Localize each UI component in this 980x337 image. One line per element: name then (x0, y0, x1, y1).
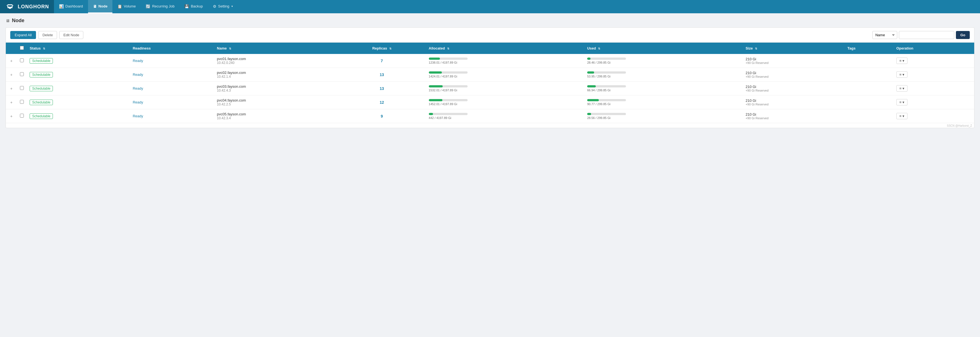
readiness-label[interactable]: Ready (133, 100, 143, 104)
readiness-label[interactable]: Ready (133, 59, 143, 63)
recurring-job-icon: 🔄 (146, 4, 150, 9)
size-cell: 210 Gi +90 Gi Reserved (743, 54, 845, 68)
size-reserved: +90 Gi Reserved (746, 75, 842, 78)
nav-items: 📊 Dashboard 🖥 Node 📋 Volume 🔄 Recurring … (54, 0, 238, 13)
sort-icon-name: ⇅ (229, 47, 231, 50)
chevron-down-icon: ▾ (902, 73, 904, 76)
operation-button[interactable]: ≡▾ (896, 57, 908, 64)
allocated-progress-bar (429, 113, 468, 115)
sort-icon-allocated: ⇅ (447, 47, 449, 50)
expand-button[interactable]: + (9, 100, 14, 105)
table-row: +SchedulableReadypvc04.fayson.com10.42.2… (6, 95, 974, 109)
operation-button[interactable]: ≡▾ (896, 85, 908, 92)
search-area: Name Go (872, 31, 970, 39)
allocated-progress-bar (429, 99, 468, 101)
row-checkbox[interactable] (20, 72, 24, 76)
row-checkbox[interactable] (20, 114, 24, 118)
size-cell: 210 Gi +90 Gi Reserved (743, 82, 845, 95)
tags-cell (845, 54, 894, 68)
used-progress-fill (587, 99, 599, 101)
page-header-icon: 🖥 (6, 18, 10, 23)
nav-item-setting[interactable]: ⚙ Setting ▾ (208, 0, 238, 13)
go-button[interactable]: Go (956, 31, 970, 39)
nav-item-backup[interactable]: 💾 Backup (180, 0, 208, 13)
expand-button[interactable]: + (9, 58, 14, 64)
node-table-wrapper: Status ⇅ Readiness Name ⇅ Replicas ⇅ (6, 42, 974, 128)
list-icon: ≡ (899, 86, 902, 91)
used-cell: 90.77 / 299.85 Gi (584, 95, 743, 109)
allocated-values: 1424.01 / 4197.89 Gi (429, 75, 582, 78)
size-main: 210 Gi (746, 99, 842, 103)
node-name: pvc01.fayson.com (217, 57, 335, 61)
select-all-checkbox[interactable] (20, 46, 24, 50)
node-name: pvc05.fayson.com (217, 112, 335, 116)
used-values: 53.95 / 299.85 Gi (587, 75, 740, 78)
operation-button[interactable]: ≡▾ (896, 72, 908, 78)
used-progress-bar (587, 57, 626, 60)
nav-item-node[interactable]: 🖥 Node (88, 0, 113, 13)
row-checkbox[interactable] (20, 100, 24, 104)
status-badge: Schedulable (30, 86, 53, 91)
page-header: 🖥 Node (6, 18, 974, 24)
table-body: +SchedulableReadypvc01.fayson.com10.42.0… (6, 54, 974, 123)
nav-item-dashboard[interactable]: 📊 Dashboard (54, 0, 88, 13)
nav-label-backup: Backup (191, 4, 203, 8)
operation-button[interactable]: ≡▾ (896, 99, 908, 105)
nav-label-setting: Setting (218, 4, 229, 8)
page-title: Node (12, 18, 24, 24)
replicas-count[interactable]: 13 (380, 86, 384, 91)
sort-icon-size: ⇅ (755, 47, 757, 50)
toolbar: Expand All Delete Edit Node Name Go (6, 27, 974, 42)
brand-name: LONGHORN (18, 4, 49, 10)
tags-cell (845, 95, 894, 109)
status-badge: Schedulable (30, 100, 53, 105)
volume-icon: 📋 (118, 4, 122, 9)
nav-label-volume: Volume (124, 4, 136, 8)
delete-button[interactable]: Delete (38, 31, 57, 39)
expand-all-button[interactable]: Expand All (10, 31, 36, 39)
node-name: pvc04.fayson.com (217, 98, 335, 102)
allocated-progress-bar (429, 72, 468, 73)
replicas-count[interactable]: 9 (381, 114, 383, 118)
used-progress-fill (587, 113, 591, 115)
row-checkbox[interactable] (20, 58, 24, 62)
row-checkbox[interactable] (20, 86, 24, 90)
allocated-progress-fill (429, 57, 440, 60)
allocated-progress-bar (429, 85, 468, 87)
search-filter-select[interactable]: Name (872, 31, 897, 39)
expand-button[interactable]: + (9, 86, 14, 91)
used-cell: 66.94 / 299.85 Gi (584, 82, 743, 95)
size-reserved: +90 Gi Reserved (746, 61, 842, 64)
operation-button[interactable]: ≡▾ (896, 113, 908, 119)
brand[interactable]: LONGHORN (0, 0, 54, 13)
readiness-label[interactable]: Ready (133, 73, 143, 76)
th-allocated: Allocated ⇅ (426, 43, 584, 54)
allocated-progress-fill (429, 99, 442, 101)
size-cell: 210 Gi +90 Gi Reserved (743, 68, 845, 82)
readiness-label[interactable]: Ready (133, 86, 143, 91)
used-progress-fill (587, 57, 591, 60)
table-header: Status ⇅ Readiness Name ⇅ Replicas ⇅ (6, 43, 974, 54)
longhorn-logo-icon (5, 2, 15, 12)
replicas-count[interactable]: 7 (381, 59, 383, 63)
edit-node-button[interactable]: Edit Node (59, 31, 83, 39)
used-cell: 53.95 / 299.85 Gi (584, 68, 743, 82)
replicas-count[interactable]: 13 (380, 73, 384, 77)
list-icon: ≡ (899, 59, 902, 63)
nav-item-volume[interactable]: 📋 Volume (112, 0, 141, 13)
list-icon: ≡ (899, 114, 902, 118)
table-row: +SchedulableReadypvc03.fayson.com10.42.4… (6, 82, 974, 95)
nav-item-recurring-job[interactable]: 🔄 Recurring Job (141, 0, 180, 13)
th-expand (6, 43, 17, 54)
allocated-cell: 1452.01 / 4197.89 Gi (426, 95, 584, 109)
readiness-label[interactable]: Ready (133, 114, 143, 118)
chevron-down-icon: ▾ (902, 86, 904, 91)
replicas-count[interactable]: 12 (380, 100, 384, 105)
expand-button[interactable]: + (9, 72, 14, 78)
search-input[interactable] (899, 31, 954, 39)
used-values: 90.77 / 299.85 Gi (587, 102, 740, 106)
used-values: 66.94 / 299.85 Gi (587, 89, 740, 92)
expand-button[interactable]: + (9, 113, 14, 119)
allocated-progress-fill (429, 113, 433, 115)
tags-cell (845, 68, 894, 82)
